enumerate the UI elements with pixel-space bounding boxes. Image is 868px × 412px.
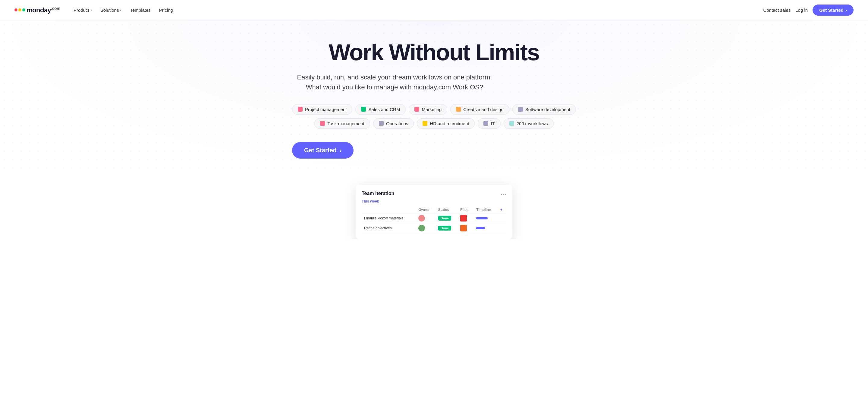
chips-row-2: Task management Operations HR and recrui… [314, 118, 553, 129]
timeline-bar-2 [476, 227, 485, 229]
chip-hr-recruitment[interactable]: HR and recruitment [417, 118, 475, 129]
preview-card-center: Team iteration This week Owner Status Fi… [355, 185, 513, 239]
nav-left: monday.com Product ▾ Solutions ▾ Templat… [14, 5, 177, 15]
chip-icon-project-management [298, 107, 303, 112]
nav-product[interactable]: Product ▾ [70, 5, 96, 15]
owner-1 [416, 213, 436, 223]
timeline-bar-1 [476, 217, 488, 219]
nav-pricing[interactable]: Pricing [156, 5, 177, 15]
logo-dot-green [22, 8, 25, 11]
task-name-2: Refine objectives [362, 223, 416, 233]
chip-icon-software-development [518, 107, 523, 112]
owner-2 [416, 223, 436, 233]
chip-icon-it [484, 121, 488, 126]
logo[interactable]: monday.com [14, 6, 60, 14]
contact-sales-link[interactable]: Contact sales [763, 7, 790, 13]
nav-templates[interactable]: Templates [126, 5, 154, 15]
status-badge-2: Done [438, 226, 452, 231]
nav-get-started-button[interactable]: Get Started › [812, 4, 854, 15]
status-badge-1: Done [438, 216, 452, 220]
timeline-1 [474, 213, 498, 223]
chip-icon-200-workflows [509, 121, 514, 126]
status-2: Done [436, 223, 458, 233]
logo-dot-red [14, 8, 18, 11]
center-card-subtitle: This week [362, 199, 506, 203]
col-files: Files [458, 206, 474, 213]
navbar: monday.com Product ▾ Solutions ▾ Templat… [0, 0, 868, 21]
chip-icon-task-management [320, 121, 325, 126]
chip-200-workflows[interactable]: 200+ workflows [504, 118, 554, 129]
col-task [362, 206, 416, 213]
logo-text: monday.com [27, 6, 60, 14]
chip-project-management[interactable]: Project management [292, 104, 352, 115]
chip-icon-marketing [414, 107, 419, 112]
hero-get-started-button[interactable]: Get Started › [292, 142, 353, 159]
hero-section: Work Without Limits Easily build, run, a… [0, 21, 868, 173]
hero-subtitle: Easily build, run, and scale your dream … [292, 72, 497, 92]
files-1 [458, 213, 474, 223]
nav-get-started-arrow-icon: › [845, 7, 847, 13]
chips-row-1: Project management Sales and CRM Marketi… [292, 104, 576, 115]
file-icon-2 [460, 225, 467, 232]
status-1: Done [436, 213, 458, 223]
chip-software-development[interactable]: Software development [513, 104, 576, 115]
chip-marketing[interactable]: Marketing [409, 104, 447, 115]
chip-icon-hr-recruitment [423, 121, 427, 126]
col-timeline: Timeline [474, 206, 498, 213]
solutions-chevron-icon: ▾ [120, 8, 121, 12]
chip-icon-operations [379, 121, 384, 126]
chip-sales-crm[interactable]: Sales and CRM [355, 104, 406, 115]
file-icon-1 [460, 215, 467, 221]
product-chevron-icon: ▾ [90, 8, 92, 12]
hero-get-started-arrow-icon: › [340, 147, 342, 154]
chip-icon-creative-design [456, 107, 461, 112]
center-card-table: Owner Status Files Timeline + Finalize k… [362, 206, 506, 233]
chip-creative-design[interactable]: Creative and design [450, 104, 509, 115]
login-link[interactable]: Log in [795, 7, 808, 13]
files-2 [458, 223, 474, 233]
timeline-2 [474, 223, 498, 233]
nav-links: Product ▾ Solutions ▾ Templates Pricing [70, 5, 177, 15]
center-card-menu[interactable] [501, 194, 506, 195]
chip-icon-sales-crm [361, 107, 366, 112]
chip-operations[interactable]: Operations [373, 118, 414, 129]
center-card-title: Team iteration [362, 191, 394, 196]
preview-cards-wrapper: Q3 project d Timeline Dec 1 2 Monthly pl… [289, 183, 579, 239]
avatar-2 [418, 225, 425, 232]
table-row: Finalize kickoff materials Done [362, 213, 506, 223]
table-row: Refine objectives Done [362, 223, 506, 233]
hero-content: Work Without Limits Easily build, run, a… [292, 40, 576, 159]
col-owner: Owner [416, 206, 436, 213]
logo-dot-yellow [19, 8, 22, 11]
nav-solutions[interactable]: Solutions ▾ [97, 5, 125, 15]
chip-task-management[interactable]: Task management [314, 118, 370, 129]
col-add: + [498, 206, 506, 213]
task-name-1: Finalize kickoff materials [362, 213, 416, 223]
nav-right: Contact sales Log in Get Started › [763, 4, 854, 15]
col-status: Status [436, 206, 458, 213]
chip-it[interactable]: IT [478, 118, 500, 129]
preview-section: Q3 project d Timeline Dec 1 2 Monthly pl… [0, 173, 868, 239]
logo-dots [14, 8, 25, 11]
avatar-1 [418, 215, 425, 221]
hero-title: Work Without Limits [292, 40, 576, 65]
workflow-chips-container: Project management Sales and CRM Marketi… [292, 104, 576, 129]
